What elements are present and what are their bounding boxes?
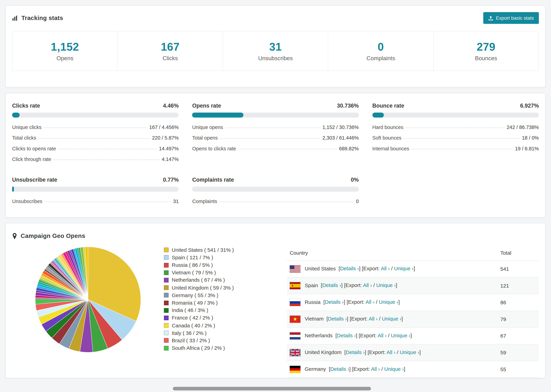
map-pin-icon (12, 233, 17, 239)
rate-rows: Complaints 0 (192, 196, 359, 207)
legend-item: United Kingdom ( 59 / 3% ) (164, 284, 287, 291)
dotted-leader (225, 128, 320, 128)
export-all-link[interactable]: All › (371, 366, 380, 372)
legend-label: Spain ( 121 / 7% ) (172, 255, 213, 260)
legend-label: Vietnam ( 79 / 5% ) (172, 270, 216, 275)
export-all-link[interactable]: All › (387, 350, 396, 355)
stat-value: 167 (118, 41, 223, 53)
country-flag-icon (290, 366, 300, 373)
legend-item: Brazil ( 33 / 2% ) (164, 337, 287, 344)
geo-table-row: Russia [Details ›] [Export: All › / Uniq… (287, 294, 539, 311)
country-flag-icon (290, 299, 300, 306)
stat-box: 279 Bounces (433, 31, 539, 71)
export-all-link[interactable]: All › (369, 316, 377, 322)
punctuation: [ (322, 299, 325, 305)
rate-detail-label: Unsubscribes (12, 198, 42, 204)
dotted-leader (403, 138, 520, 139)
total-cell: 55 (497, 361, 539, 378)
country-name: United States (305, 266, 336, 271)
rate-head: Complaints rate 0% (192, 177, 359, 183)
export-all-link[interactable]: All › (363, 282, 372, 288)
stat-label: Opens (13, 55, 117, 62)
export-all-link[interactable]: All › (381, 266, 390, 271)
legend-color-swatch (164, 286, 169, 290)
legend-label: United States ( 541 / 31% ) (172, 247, 234, 253)
export-unique-link[interactable]: Unique › (379, 299, 398, 305)
punctuation: ] [Export: (356, 333, 378, 338)
punctuation: / (380, 366, 384, 372)
details-link[interactable]: Details › (325, 299, 344, 305)
rate-value: 30.736% (337, 103, 359, 109)
geo-table-row: Germany [Details ›] [Export: All › / Uni… (287, 361, 539, 378)
rate-detail-value: 2,303 / 61.446% (322, 135, 359, 141)
rate-rows: Hard bounces 242 / 86.738% Soft bounces … (372, 122, 539, 154)
rate-detail-value: 689.82% (339, 146, 359, 151)
dotted-leader (411, 149, 513, 149)
export-unique-link[interactable]: Unique › (382, 316, 402, 322)
details-link[interactable]: Details › (328, 316, 347, 322)
rate-detail-value: 18 / 0% (522, 135, 539, 141)
rate-head: Unsubscribe rate 0.77% (12, 177, 179, 183)
legend-label: Italy ( 36 / 2% ) (172, 330, 206, 336)
legend-item: Romania ( 49 / 3% ) (164, 299, 287, 307)
geo-table-row: United States [Details ›] [Export: All ›… (287, 261, 539, 277)
total-cell: 541 (497, 261, 539, 277)
geo-title: Campaign Geo Opens (21, 233, 85, 240)
dotted-leader (44, 128, 147, 128)
geo-table-header-row: Country Total (287, 245, 539, 261)
rate-detail-value: 14.497% (159, 146, 179, 151)
rate-rows: Unique clicks 167 / 4.456% Total clicks … (12, 122, 179, 165)
geo-header: Campaign Geo Opens (12, 233, 539, 240)
export-unique-link[interactable]: Unique › (391, 333, 410, 338)
rate-detail-row: Hard bounces 242 / 86.738% (372, 122, 539, 132)
tracking-stats-page: Tracking stats Export basic stats 1,152 … (0, 0, 551, 392)
export-unique-link[interactable]: Unique › (394, 266, 414, 271)
rate-progress-bar (372, 112, 539, 118)
punctuation: ] [Export: (349, 366, 371, 372)
details-link[interactable]: Details › (330, 366, 349, 372)
legend-color-swatch (164, 278, 169, 282)
rate-value: 4.46% (163, 103, 179, 109)
country-flag-icon (290, 315, 300, 323)
country-name: Netherlands (305, 333, 333, 338)
stat-label: Clicks (118, 55, 223, 62)
export-unique-link[interactable]: Unique › (376, 282, 396, 288)
rate-rows: Unique opens 1,152 / 30.736% Total opens… (192, 122, 359, 154)
details-link[interactable]: Details › (340, 266, 359, 271)
legend-label: Netherlands ( 67 / 4% ) (172, 277, 225, 283)
rate-progress-bar (192, 112, 359, 118)
details-link[interactable]: Details › (337, 333, 356, 338)
punctuation: ] (402, 316, 403, 322)
geo-body: United States ( 541 / 31% ) Spain ( 121 … (12, 245, 539, 378)
rate-detail-row: Clicks to opens rate 14.497% (12, 143, 179, 154)
stat-box: 31 Unsubscribes (223, 31, 328, 71)
legend-label: Romania ( 49 / 3% ) (172, 300, 218, 306)
export-all-link[interactable]: All › (378, 333, 387, 338)
total-cell: 79 (497, 311, 539, 328)
country-column-header: Country (287, 245, 498, 261)
details-link[interactable]: Details › (346, 350, 365, 355)
legend-item: Spain ( 121 / 7% ) (164, 254, 287, 261)
rate-detail-value: 242 / 86.738% (507, 124, 539, 130)
punctuation: ] [Export: (359, 266, 381, 271)
punctuation: / (377, 316, 382, 322)
legend-label: United Kingdom ( 59 / 3% ) (172, 285, 234, 290)
horizontal-scrollbar-thumb[interactable] (173, 387, 371, 391)
punctuation: [ (327, 366, 330, 372)
export-basic-stats-button[interactable]: Export basic stats (483, 12, 539, 24)
country-flag-icon (290, 266, 300, 273)
rate-detail-label: Clicks to opens rate (12, 146, 56, 151)
punctuation: [ (325, 316, 328, 322)
punctuation: ] (414, 266, 415, 271)
rate-panel: Bounce rate 6.927% Hard bounces 242 / 86… (372, 103, 539, 154)
stat-label: Unsubscribes (223, 55, 328, 62)
export-all-link[interactable]: All › (366, 299, 374, 305)
rate-detail-label: Complaints (192, 198, 217, 204)
rate-detail-value: 167 / 4.456% (149, 124, 179, 130)
tracking-stats-card: Tracking stats Export basic stats 1,152 … (5, 5, 545, 88)
legend-item: Italy ( 36 / 2% ) (164, 329, 287, 337)
details-link[interactable]: Details › (322, 282, 341, 288)
legend-item: Russia ( 86 / 5% ) (164, 261, 287, 269)
export-unique-link[interactable]: Unique › (400, 350, 419, 355)
export-unique-link[interactable]: Unique › (384, 366, 404, 372)
